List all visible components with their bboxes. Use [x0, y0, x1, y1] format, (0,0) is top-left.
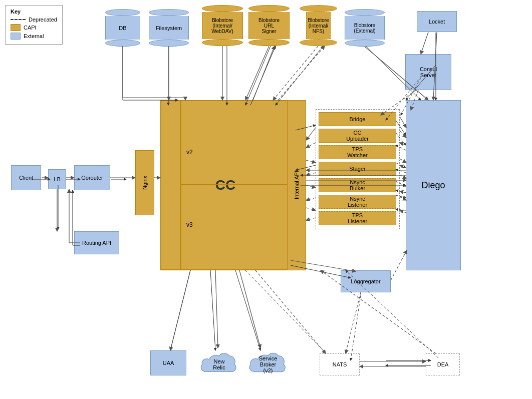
svg-line-92	[306, 218, 316, 220]
cc-uploader-label: CCUploader	[346, 130, 369, 142]
svg-line-17	[170, 270, 190, 350]
blobstore-url-signer-label: BlobstoreURLSigner	[258, 18, 280, 34]
svg-line-89	[306, 185, 316, 188]
routing-api-label: Routing API	[82, 240, 111, 246]
svg-line-72	[346, 292, 361, 353]
dea-box: DEA	[426, 353, 460, 375]
nsync-bulker-box: NsyncBulker	[319, 178, 396, 192]
tps-watcher-label: TPSWatcher	[347, 146, 368, 158]
v3-label: v3	[186, 221, 193, 228]
deprecated-label: Deprecated	[29, 17, 57, 23]
capi-label: CAPI	[24, 25, 37, 31]
cc-uploader-box: CCUploader	[319, 129, 396, 143]
routing-api-box: Routing API	[74, 231, 119, 254]
v2-label: v2	[186, 149, 193, 156]
consul-server-label: ConsulServer	[420, 66, 437, 78]
svg-line-70	[239, 270, 260, 348]
svg-line-58	[278, 46, 325, 100]
svg-line-39	[276, 46, 323, 105]
blobstore-external-cylinder: Blobstore(External)	[345, 9, 385, 47]
legend-deprecated-row: Deprecated	[11, 17, 57, 23]
stager-label: Stager	[349, 166, 365, 172]
service-broker-cloud: ServiceBroker(v2)	[245, 348, 291, 380]
svg-line-67	[391, 250, 407, 280]
external-color-icon	[11, 33, 21, 40]
bridge-label: Bridge	[350, 116, 366, 122]
svg-line-88	[306, 173, 316, 175]
nats-label: NATS	[333, 361, 347, 367]
diego-box: Diego	[406, 100, 461, 270]
svg-line-56	[253, 46, 275, 100]
dea-label: DEA	[437, 361, 449, 367]
filesystem-label: Filesystem	[156, 25, 182, 31]
tps-watcher-box: TPSWatcher	[319, 145, 396, 159]
locket-box: Locket	[417, 11, 457, 32]
svg-line-18	[210, 270, 215, 350]
svg-line-90	[306, 198, 316, 200]
legend-title: Key	[11, 9, 57, 15]
stager-box: Stager	[319, 162, 396, 176]
new-relic-label: NewRelic	[213, 358, 225, 370]
db-cylinder: DB	[105, 9, 140, 47]
legend-capi-row: CAPI	[11, 24, 57, 31]
internal-api-label: Internal API	[294, 171, 300, 200]
svg-line-86	[306, 143, 316, 148]
svg-line-61	[421, 32, 428, 54]
blobstore-nfs-label: Blobstore(Internal/NFS)	[308, 18, 329, 34]
uaa-box: UAA	[150, 350, 186, 375]
svg-line-71	[255, 270, 326, 353]
nginx-label: Nginx	[142, 176, 148, 190]
svg-line-20	[245, 270, 326, 353]
internal-api-bar: Internal API	[287, 100, 306, 270]
diagram-container: Key Deprecated CAPI External	[0, 0, 532, 399]
client-box: Client	[11, 165, 41, 190]
nsync-listener-label: NsyncListener	[348, 196, 367, 208]
lb-label: LB	[54, 176, 60, 182]
svg-line-69	[215, 270, 218, 348]
gorouter-label: Gorouter	[81, 175, 103, 181]
svg-line-38	[276, 46, 323, 105]
uaa-label: UAA	[163, 360, 174, 366]
legend-external-row: External	[11, 33, 57, 40]
nsync-listener-box: NsyncListener	[319, 195, 396, 209]
deprecated-line-icon	[11, 19, 26, 20]
tps-listener-box: TPSListener	[319, 211, 396, 225]
svg-line-19	[235, 270, 260, 350]
tps-listener-label: TPSListener	[348, 212, 367, 224]
client-label: Client	[19, 175, 33, 181]
lb-box: LB	[48, 169, 66, 189]
svg-line-55	[245, 46, 269, 100]
service-broker-label: ServiceBroker(v2)	[259, 355, 278, 373]
blobstore-nfs-cylinder: Blobstore(Internal/NFS)	[300, 5, 337, 46]
locket-label: Locket	[429, 19, 445, 25]
cc-box: v2 v3 CC	[160, 100, 291, 270]
gorouter-box: Gorouter	[74, 165, 110, 190]
blobstore-url-signer-cylinder: BlobstoreURLSigner	[248, 5, 290, 46]
svg-line-85	[306, 128, 316, 140]
svg-line-10	[245, 46, 271, 105]
nginx-bar: Nginx	[135, 150, 154, 215]
blobstore-webdav-label: Blobstore(Internal/WebDAV)	[211, 18, 233, 34]
capi-color-icon	[11, 24, 21, 31]
blobstore-webdav-cylinder: Blobstore(Internal/WebDAV)	[202, 5, 243, 46]
svg-line-57	[273, 46, 318, 100]
loggregator-label: Loggregator	[351, 278, 380, 284]
svg-line-68	[170, 270, 190, 350]
loggregator-box: Loggregator	[341, 270, 391, 292]
new-relic-cloud: NewRelic	[198, 348, 240, 380]
consul-server-box: ConsulServer	[405, 54, 451, 90]
cc-main-label: CC	[215, 177, 235, 193]
svg-line-91	[306, 208, 316, 210]
bridge-box: Bridge	[319, 112, 396, 126]
bridge-group-box: Bridge CCUploader TPSWatcher Stager Nsyn…	[316, 109, 400, 229]
filesystem-cylinder: Filesystem	[149, 9, 189, 47]
legend-box: Key Deprecated CAPI External	[5, 5, 63, 45]
blobstore-external-label: Blobstore(External)	[354, 23, 375, 34]
nats-box: NATS	[320, 353, 360, 375]
svg-line-87	[306, 160, 316, 163]
nsync-bulker-label: NsyncBulker	[350, 179, 365, 191]
db-label: DB	[119, 25, 126, 31]
svg-line-11	[250, 46, 276, 105]
diego-label: Diego	[421, 180, 445, 191]
svg-line-21	[351, 295, 361, 360]
